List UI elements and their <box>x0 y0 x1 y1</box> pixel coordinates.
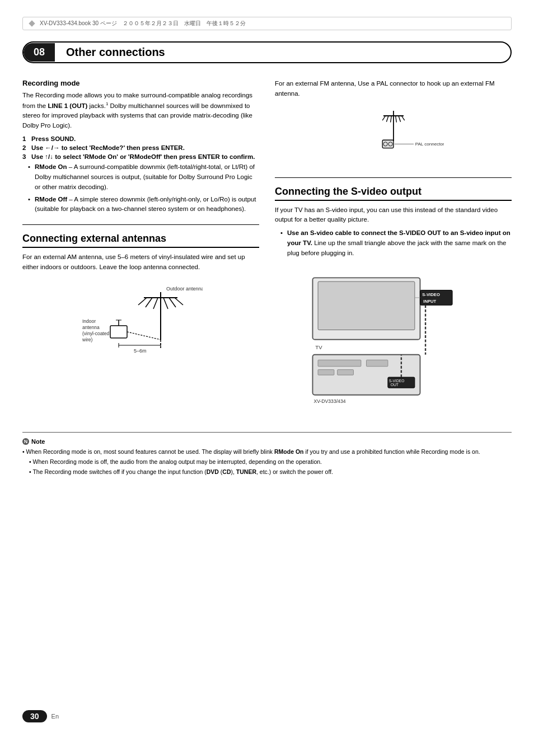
note-line-3: • The Recording mode switches off if you… <box>22 468 512 477</box>
svg-line-2 <box>138 298 147 305</box>
rmode-bullets: RMode On – A surround-compatible downmix… <box>22 162 259 214</box>
antennas-section: Connecting external antennas For an exte… <box>22 233 259 362</box>
svg-text:(vinyl-coated: (vinyl-coated <box>82 331 109 336</box>
svideo-bullet-1: Use an S-video cable to connect the S-VI… <box>280 228 512 258</box>
svg-rect-45 <box>367 360 388 367</box>
svg-line-5 <box>163 298 168 309</box>
svg-text:OUT: OUT <box>391 383 399 387</box>
svg-text:INPUT: INPUT <box>423 298 436 303</box>
page-number-area: 30 En <box>22 710 59 722</box>
step-1: 1 Press SOUND. <box>22 135 259 142</box>
pal-diagram-svg: PAL connector <box>343 108 444 164</box>
note-box: N Note • When Recording mode is on, most… <box>22 432 512 477</box>
pal-diagram-area: PAL connector <box>275 105 512 167</box>
svg-rect-10 <box>110 326 127 338</box>
pal-section: For an external FM antenna, Use a PAL co… <box>275 79 512 167</box>
pal-body: For an external FM antenna, Use a PAL co… <box>275 79 512 99</box>
recording-mode-body: The Recording mode allows you to make su… <box>22 91 259 131</box>
page-number-badge: 30 <box>22 710 47 722</box>
divider-antennas <box>22 224 259 225</box>
chapter-title: Other connections <box>55 43 510 62</box>
antennas-body: For an external AM antenna, use 5–6 mete… <box>22 252 259 273</box>
note-icon: N <box>22 438 29 445</box>
svideo-heading: Connecting the S-video output <box>275 186 512 201</box>
svideo-section: Connecting the S-video output If your TV… <box>275 186 512 410</box>
svg-line-21 <box>127 332 161 340</box>
svg-line-24 <box>382 116 385 120</box>
svideo-diagram-svg: TV S-VIDEO INPUT <box>275 270 512 404</box>
chapter-header: 08 Other connections <box>22 41 512 63</box>
svg-text:wire): wire) <box>82 337 93 342</box>
chapter-number: 08 <box>24 43 55 62</box>
divider-svideo <box>275 177 512 178</box>
svg-text:5–6m: 5–6m <box>134 348 147 354</box>
left-column: Recording mode The Recording mode allows… <box>22 79 259 415</box>
main-content: Recording mode The Recording mode allows… <box>22 79 512 415</box>
note-line-2: • When Recording mode is off, the audio … <box>22 458 512 467</box>
svideo-bullets: Use an S-video cable to connect the S-VI… <box>275 228 512 258</box>
svg-line-3 <box>146 298 152 307</box>
note-line-1: • When Recording mode is on, most sound … <box>22 448 512 457</box>
svideo-diagram-area: TV S-VIDEO INPUT <box>275 264 512 410</box>
svg-line-29 <box>401 116 404 120</box>
recording-mode-heading: Recording mode <box>22 79 259 87</box>
svg-line-7 <box>175 298 183 305</box>
svg-rect-47 <box>338 369 354 375</box>
step-3: 3 Use ↑/↓ to select 'RMode On' or 'RMode… <box>22 153 259 160</box>
svg-text:TV: TV <box>315 344 322 350</box>
svg-text:XV-DV333/434: XV-DV333/434 <box>313 398 345 404</box>
svg-rect-36 <box>318 281 415 330</box>
top-bar-text: XV-DV333-434.book 30 ページ ２００５年２月２３日 水曜日 … <box>40 20 246 27</box>
antenna-diagram-area: Outdoor antenna Indoor antenna (vinyl-co… <box>22 278 259 362</box>
svg-line-28 <box>399 116 401 122</box>
bullet-rmode-on: RMode On – A surround-compatible downmix… <box>28 162 259 192</box>
right-column: For an external FM antenna, Use a PAL co… <box>275 79 512 415</box>
antenna-diagram-svg: Outdoor antenna Indoor antenna (vinyl-co… <box>79 278 203 362</box>
svg-rect-30 <box>382 140 394 148</box>
svg-rect-44 <box>318 360 361 367</box>
svg-text:S-VIDEO: S-VIDEO <box>389 378 405 382</box>
note-title: N Note <box>22 437 512 447</box>
svg-line-27 <box>395 116 396 123</box>
svg-text:S-VIDEO: S-VIDEO <box>422 292 440 297</box>
note-label: Note <box>31 437 45 447</box>
step-2: 2 Use ←/→ to select 'RecMode?' then pres… <box>22 144 259 151</box>
svg-line-4 <box>153 298 158 309</box>
recording-mode-section: Recording mode The Recording mode allows… <box>22 79 259 214</box>
diamond-icon <box>29 20 35 26</box>
svg-text:antenna: antenna <box>82 325 100 330</box>
svg-line-26 <box>390 116 391 123</box>
svg-text:PAL connector: PAL connector <box>415 142 443 147</box>
svg-line-25 <box>386 116 388 122</box>
svg-rect-46 <box>318 369 334 375</box>
svg-line-6 <box>169 298 176 307</box>
svg-text:Indoor: Indoor <box>82 318 96 324</box>
page-lang: En <box>51 713 59 720</box>
svg-text:Outdoor antenna: Outdoor antenna <box>166 286 203 292</box>
antennas-heading: Connecting external antennas <box>22 233 259 248</box>
svideo-body1: If your TV has an S-video input, you can… <box>275 205 512 226</box>
top-bar: XV-DV333-434.book 30 ページ ２００５年２月２３日 水曜日 … <box>22 17 512 30</box>
bullet-rmode-off: RMode Off – A simple stereo downmix (lef… <box>28 195 259 215</box>
